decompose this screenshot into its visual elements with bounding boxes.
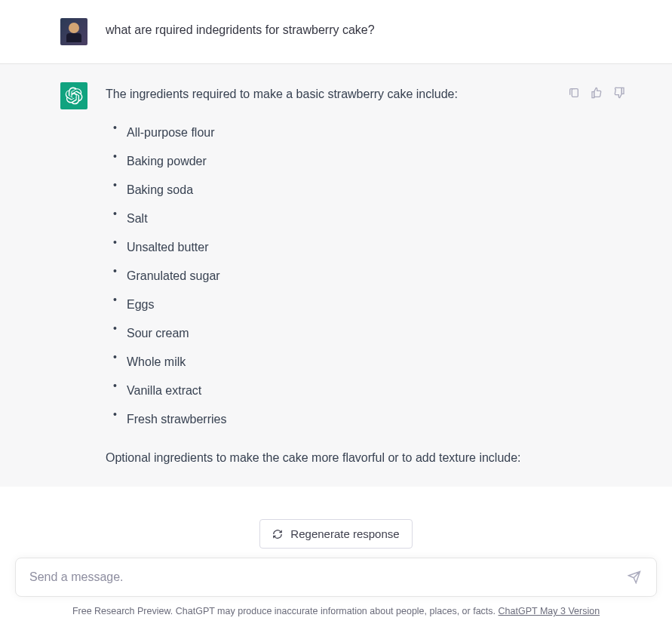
clipboard-icon xyxy=(568,87,580,99)
list-item: Salt xyxy=(127,204,528,233)
list-item: Sour cream xyxy=(127,319,528,348)
regenerate-label: Regenerate response xyxy=(290,527,399,540)
thumbs-down-button[interactable] xyxy=(612,85,627,100)
regenerate-button[interactable]: Regenerate response xyxy=(259,519,412,549)
list-item: Baking powder xyxy=(127,147,528,176)
refresh-icon xyxy=(272,529,283,539)
send-icon xyxy=(628,570,641,584)
assistant-avatar xyxy=(60,82,87,109)
list-item: Baking soda xyxy=(127,176,528,204)
list-item: All-purpose flour xyxy=(127,118,528,147)
assistant-message-content: The ingredients required to make a basic… xyxy=(106,82,528,469)
list-item: Vanilla extract xyxy=(127,377,528,405)
list-item: Granulated sugar xyxy=(127,262,528,290)
message-input[interactable] xyxy=(15,558,657,597)
thumbs-up-button[interactable] xyxy=(589,85,604,100)
list-item: Eggs xyxy=(127,290,528,319)
user-avatar xyxy=(60,18,87,45)
openai-logo-icon xyxy=(65,87,83,105)
assistant-message-row: The ingredients required to make a basic… xyxy=(0,64,672,487)
footer-disclaimer: Free Research Preview. ChatGPT may produ… xyxy=(72,606,499,616)
user-message-row: what are rquired indegridents for strawb… xyxy=(0,0,672,64)
ingredient-list: All-purpose flour Baking powder Baking s… xyxy=(106,118,528,434)
list-item: Fresh strawberries xyxy=(127,405,528,434)
input-area: Regenerate response Free Research Previe… xyxy=(0,489,672,627)
list-item: Unsalted butter xyxy=(127,233,528,262)
user-message-text: what are rquired indegridents for strawb… xyxy=(106,18,612,45)
footer: Free Research Preview. ChatGPT may produ… xyxy=(0,606,672,627)
assistant-outro-text: Optional ingredients to make the cake mo… xyxy=(106,447,528,469)
send-button[interactable] xyxy=(622,565,646,589)
message-actions xyxy=(566,85,627,100)
svg-rect-0 xyxy=(572,89,578,97)
footer-version-link[interactable]: ChatGPT May 3 Version xyxy=(499,606,600,616)
thumbs-up-icon xyxy=(591,87,603,99)
list-item: Whole milk xyxy=(127,348,528,377)
input-container xyxy=(15,558,657,597)
copy-button[interactable] xyxy=(566,85,581,100)
thumbs-down-icon xyxy=(613,87,625,99)
assistant-intro-text: The ingredients required to make a basic… xyxy=(106,84,528,105)
